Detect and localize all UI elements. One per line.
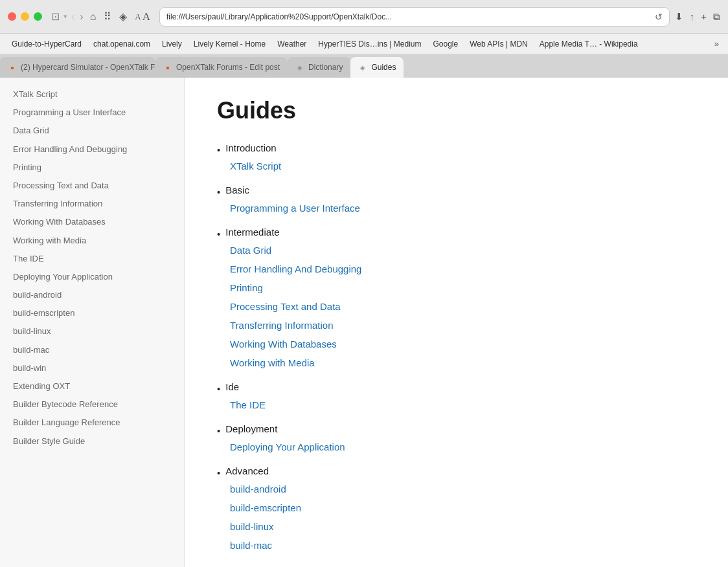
link-working-media[interactable]: Working with Media — [230, 357, 696, 368]
back-button[interactable]: ‹ — [69, 10, 77, 24]
section-deployment: • Deployment Deploying Your Application — [217, 423, 696, 452]
advanced-links: build-android build-emscripten build-lin… — [230, 484, 696, 551]
bookmark-hyperties[interactable]: HyperTIES Dis…ins | Medium — [313, 38, 426, 50]
section-basic: • Basic Programming a User Interface — [217, 184, 696, 214]
sidebar-item-working-media[interactable]: Working with Media — [0, 232, 184, 250]
traffic-lights — [8, 12, 42, 21]
download-button[interactable]: ⬇ — [675, 11, 683, 23]
page-title: Guides — [217, 97, 696, 124]
bookmark-apple-media[interactable]: Apple Media T… - Wikipedia — [534, 38, 643, 50]
close-button[interactable] — [8, 12, 16, 21]
sidebar-item-extending-oxt[interactable]: Extending OXT — [0, 377, 184, 395]
tab-hypercard-simulator[interactable]: ● (2) Hypercard Simulator - OpenXTalk F… — [0, 57, 155, 78]
sidebar-item-the-ide[interactable]: The IDE — [0, 250, 184, 268]
tab-favicon-hypercard: ● — [8, 63, 17, 72]
sidebar-item-error-handling[interactable]: Error Handling And Debugging — [0, 140, 184, 159]
title-bar: ⊡ ▾ ‹ › ⌂ ⠿ ◈ A A file:///Users/paul/Lib… — [0, 0, 728, 34]
section-advanced-label: Advanced — [225, 465, 269, 476]
section-advanced: • Advanced build-android build-emscripte… — [217, 465, 696, 551]
link-programming-ui[interactable]: Programming a User Interface — [230, 203, 696, 214]
sidebar: XTalk Script Programming a User Interfac… — [0, 78, 185, 567]
sidebar-item-builder-language[interactable]: Builder Language Reference — [0, 414, 184, 432]
link-the-ide[interactable]: The IDE — [230, 399, 696, 410]
link-build-mac[interactable]: build-mac — [230, 540, 696, 551]
forward-button[interactable]: › — [77, 10, 85, 24]
tab-label-forums: OpenXTalk Forums - Edit post — [176, 63, 280, 72]
bullet-dot-deployment: • — [217, 425, 220, 436]
section-introduction-label: Introduction — [225, 142, 276, 153]
new-tab-button[interactable]: + — [701, 11, 707, 22]
ide-links: The IDE — [230, 399, 696, 410]
reload-button[interactable]: ↺ — [655, 12, 663, 22]
address-bar[interactable]: file:///Users/paul/Library/Application%2… — [159, 7, 670, 27]
font-large-button[interactable]: A — [142, 10, 150, 23]
sidebar-item-builder-style[interactable]: Builder Style Guide — [0, 432, 184, 450]
section-ide-label: Ide — [225, 381, 239, 392]
bookmark-guide-to-hypercard[interactable]: Guide-to-HyperCard — [6, 38, 87, 50]
link-xtalk-script[interactable]: XTalk Script — [230, 161, 696, 172]
home-button[interactable]: ⌂ — [86, 10, 100, 24]
fullscreen-button[interactable] — [34, 12, 42, 21]
section-basic-label: Basic — [225, 184, 249, 195]
share-button[interactable]: ↑ — [690, 11, 695, 22]
tab-guides[interactable]: ◈ Guides — [350, 57, 404, 78]
link-build-android[interactable]: build-android — [230, 484, 696, 495]
shield-icon: ◈ — [115, 9, 131, 24]
basic-links: Programming a User Interface — [230, 203, 696, 214]
grid-button[interactable]: ⠿ — [100, 9, 115, 24]
tab-label-dictionary: Dictionary — [308, 63, 343, 72]
section-ide: • Ide The IDE — [217, 381, 696, 410]
bookmark-lively-kernel[interactable]: Lively Kernel - Home — [188, 38, 271, 50]
link-printing[interactable]: Printing — [230, 282, 696, 293]
browser-content: XTalk Script Programming a User Interfac… — [0, 78, 728, 567]
bookmark-chat-openai[interactable]: chat.openai.com — [88, 38, 155, 50]
bookmarks-bar: Guide-to-HyperCard chat.openai.com Livel… — [0, 34, 728, 54]
deployment-links: Deploying Your Application — [230, 441, 696, 452]
minimize-button[interactable] — [21, 12, 29, 21]
link-build-linux[interactable]: build-linux — [230, 521, 696, 532]
bookmark-lively[interactable]: Lively — [157, 38, 187, 50]
bookmark-weather[interactable]: Weather — [272, 38, 312, 50]
link-deploying-app[interactable]: Deploying Your Application — [230, 441, 696, 452]
bookmark-google[interactable]: Google — [427, 38, 463, 50]
font-small-button[interactable]: A — [135, 12, 141, 22]
link-transferring-info[interactable]: Transferring Information — [230, 320, 696, 331]
sidebar-item-transferring-info[interactable]: Transferring Information — [0, 195, 184, 213]
tab-dictionary[interactable]: ◈ Dictionary — [288, 57, 350, 78]
sidebar-item-data-grid[interactable]: Data Grid — [0, 122, 184, 140]
section-intermediate-label: Intermediate — [225, 227, 279, 238]
sidebar-item-build-android[interactable]: build-android — [0, 286, 184, 304]
link-processing-text[interactable]: Processing Text and Data — [230, 301, 696, 312]
sidebar-item-printing[interactable]: Printing — [0, 159, 184, 177]
section-deployment-header: • Deployment — [217, 423, 696, 436]
toolbar-right: ⬇ ↑ + ⧉ — [675, 11, 720, 23]
section-advanced-header: • Advanced — [217, 465, 696, 478]
font-size-controls: A A — [135, 10, 150, 23]
sidebar-item-processing-text[interactable]: Processing Text and Data — [0, 177, 184, 195]
sidebar-item-build-mac[interactable]: build-mac — [0, 341, 184, 359]
tab-openxtalk-forums[interactable]: ● OpenXTalk Forums - Edit post — [155, 57, 288, 78]
expand-button[interactable]: ⧉ — [713, 11, 720, 23]
bookmark-mdn[interactable]: Web APIs | MDN — [464, 38, 533, 50]
sidebar-item-deploying-app[interactable]: Deploying Your Application — [0, 268, 184, 286]
bullet-dot-basic: • — [217, 186, 220, 197]
sidebar-item-working-databases[interactable]: Working With Databases — [0, 213, 184, 231]
section-intermediate-header: • Intermediate — [217, 227, 696, 239]
link-build-emscripten[interactable]: build-emscripten — [230, 502, 696, 513]
link-working-databases[interactable]: Working With Databases — [230, 339, 696, 350]
bookmarks-overflow-button[interactable]: » — [712, 38, 722, 50]
sidebar-item-xtalk-script[interactable]: XTalk Script — [0, 85, 184, 104]
address-text: file:///Users/paul/Library/Application%2… — [166, 12, 655, 21]
sidebar-item-builder-bytecode[interactable]: Builder Bytecode Reference — [0, 395, 184, 414]
sidebar-item-programming-ui[interactable]: Programming a User Interface — [0, 104, 184, 122]
sidebar-item-build-linux[interactable]: build-linux — [0, 322, 184, 340]
section-introduction-header: • Introduction — [217, 142, 696, 155]
link-error-handling[interactable]: Error Handling And Debugging — [230, 263, 696, 274]
tab-label-hypercard: (2) Hypercard Simulator - OpenXTalk F… — [21, 63, 155, 72]
sidebar-item-build-emscripten[interactable]: build-emscripten — [0, 304, 184, 322]
bullet-dot: • — [217, 144, 220, 155]
link-data-grid[interactable]: Data Grid — [230, 245, 696, 256]
sidebar-item-build-win[interactable]: build-win — [0, 359, 184, 377]
tab-favicon-forums: ● — [163, 63, 172, 72]
sidebar-toggle-button[interactable]: ⊡ — [49, 9, 62, 24]
